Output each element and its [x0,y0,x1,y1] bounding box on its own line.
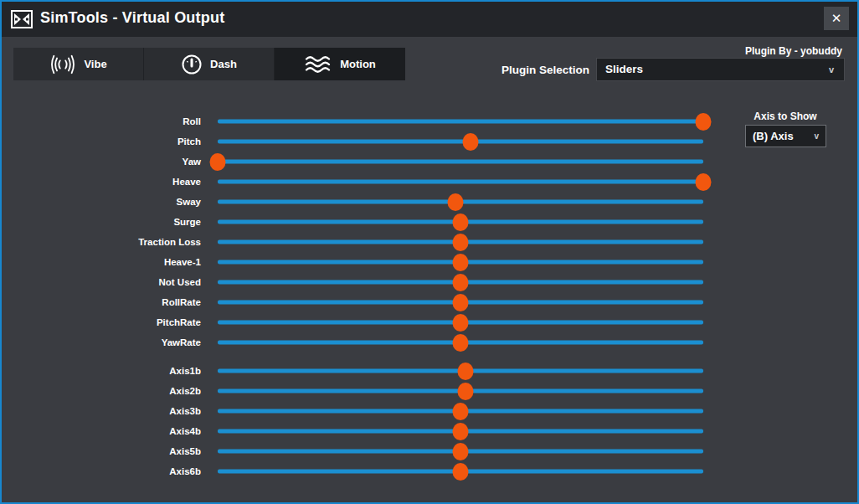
slider-label: Axis5b [2,446,201,456]
slider-label: Axis4b [2,426,201,436]
simtools-virtual-output-window: Roll Pitch Yaw Heave Sway Surge [0,0,859,504]
slider-track[interactable] [218,160,703,164]
axis-to-show-value: (B) Axis [753,126,794,147]
slider-track[interactable] [218,429,703,434]
slider-label: Axis3b [2,406,201,416]
slider-label: Surge [2,217,201,227]
slider-label: YawRate [2,337,201,347]
chevron-down-icon: v [829,59,834,80]
slider-label: Heave-1 [2,257,201,267]
tab-dash-label: Dash [210,58,237,70]
slider-label: Axis6b [2,466,201,476]
slider-row: Yaw [2,152,857,172]
slider-track[interactable] [218,120,703,124]
slider-track[interactable] [218,240,703,244]
slider-row: YawRate [2,332,857,352]
slider-track[interactable] [218,260,703,265]
slider-row: Axis2b [2,381,857,401]
slider-label: Heave [2,177,201,187]
slider-thumb[interactable] [210,153,226,171]
slider-row: RollRate [2,292,857,312]
slider-label: Yaw [2,157,201,167]
slider-track[interactable] [218,200,703,204]
slider-row: Heave-1 [2,252,857,272]
slider-track[interactable] [218,470,703,474]
slider-row: Pitch [2,131,857,152]
plugin-by-text: Plugin By - yobuddy [745,45,842,57]
slider-label: Pitch [2,136,201,147]
tab-motion-label: Motion [340,58,376,70]
slider-thumb[interactable] [696,113,712,131]
slider-track[interactable] [218,321,703,325]
slider-row: Axis1b [2,361,857,381]
plugin-selection-value: Sliders [605,59,643,80]
slider-row: Sway [2,192,857,212]
slider-track[interactable] [218,389,703,393]
slider-label: Roll [2,116,201,126]
slider-label: RollRate [2,297,201,307]
slider-label: Axis2b [2,386,201,396]
title-bar[interactable]: SimTools - Virtual Output ✕ [2,2,857,37]
slider-thumb[interactable] [457,363,473,380]
slider-row: Roll [2,111,857,131]
tab-motion[interactable]: Motion [275,48,405,80]
plugin-selection-label: Plugin Selection [454,64,589,76]
slider-thumb[interactable] [453,213,469,231]
slider-label: Traction Loss [2,237,201,247]
slider-thumb[interactable] [457,383,473,400]
slider-label: PitchRate [2,317,201,327]
slider-label: Sway [2,197,201,207]
slider-row: Axis3b [2,401,857,421]
axis-to-show-dropdown[interactable]: (B) Axis v [745,125,826,147]
slider-thumb[interactable] [453,334,469,352]
motion-icon [304,54,332,75]
slider-row: Surge [2,212,857,232]
slider-track[interactable] [218,369,703,373]
slider-thumb[interactable] [453,423,469,440]
slider-thumb[interactable] [453,403,469,420]
slider-thumb[interactable] [453,254,469,271]
tab-dash[interactable]: Dash [144,48,275,80]
slider-label: Not Used [2,277,201,287]
slider-track[interactable] [218,180,703,184]
slider-thumb[interactable] [453,443,469,460]
slider-row: Traction Loss [2,232,857,252]
slider-row: Heave [2,172,857,192]
slider-thumb[interactable] [453,274,469,291]
slider-thumb[interactable] [453,294,469,311]
slider-label: Axis1b [2,366,201,376]
axis-to-show-label: Axis to Show [743,111,827,122]
slider-row: Axis5b [2,441,857,461]
slider-row: Not Used [2,272,857,292]
window-title: SimTools - Virtual Output [40,9,224,27]
slider-thumb[interactable] [453,234,469,251]
slider-row: PitchRate [2,312,857,332]
slider-thumb[interactable] [696,173,712,191]
slider-row: Axis4b [2,421,857,441]
slider-track[interactable] [218,301,703,305]
slider-track[interactable] [218,220,703,224]
close-button[interactable]: ✕ [824,7,849,30]
slider-thumb[interactable] [453,463,469,481]
dash-icon [181,54,203,75]
simtools-logo-icon [11,10,33,28]
slider-track[interactable] [218,140,703,144]
tab-strip: Vibe Dash Motion [13,48,405,80]
slider-row: Axis6b [2,461,857,481]
vibe-icon [49,54,76,75]
slider-track[interactable] [218,409,703,414]
slider-track[interactable] [218,341,703,345]
tab-vibe[interactable]: Vibe [13,48,144,80]
slider-thumb[interactable] [448,193,464,211]
chevron-down-icon: v [814,126,819,147]
slider-thumb[interactable] [453,314,469,332]
slider-thumb[interactable] [462,133,478,151]
plugin-selection-dropdown[interactable]: Sliders v [596,58,845,81]
slider-track[interactable] [218,450,703,454]
tab-vibe-label: Vibe [84,58,106,70]
slider-track[interactable] [218,280,703,285]
